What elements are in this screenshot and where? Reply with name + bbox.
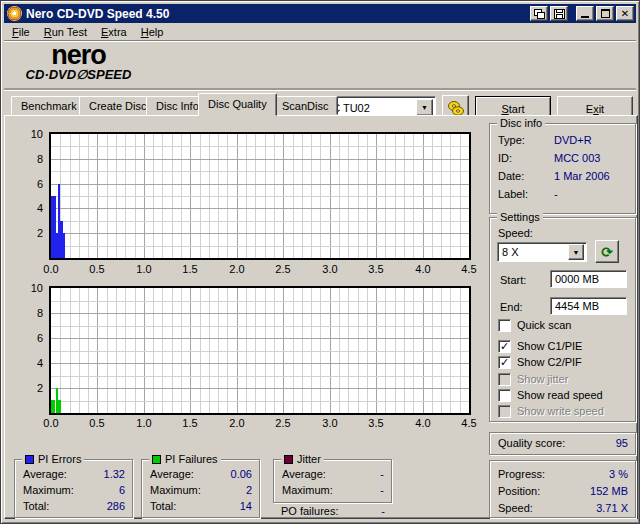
show-c2-pif-checkbox[interactable]: ✓: [498, 356, 511, 369]
x-tick-label: 3.0: [315, 417, 345, 429]
pi-errors-legend-swatch: [25, 455, 34, 464]
pi-errors-stats-box: PI Errors Average:1.32 Maximum:6 Total:2…: [14, 459, 133, 518]
quick-scan-label: Quick scan: [517, 319, 571, 331]
copy-icon: [534, 9, 545, 19]
x-tick-label: 3.5: [361, 417, 391, 429]
speed-stat-label: Speed:: [498, 502, 533, 516]
pi-failures-stats-title: PI Failures: [149, 453, 221, 465]
show-write-speed-checkbox-row: Show write speed: [498, 404, 604, 418]
show-c1-pie-checkbox-row[interactable]: ✓ Show C1/PIE: [498, 339, 582, 353]
x-tick-label: 4.0: [408, 263, 438, 275]
x-tick-label: 3.5: [361, 263, 391, 275]
speed-label: Speed:: [498, 227, 533, 239]
menu-extra[interactable]: Extra: [94, 24, 134, 40]
app-cd-icon: [7, 6, 22, 21]
pi-failures-stats-box: PI Failures Average:0.06 Maximum:2 Total…: [141, 459, 260, 518]
x-tick-label: 1.5: [175, 263, 205, 275]
y-tick-label: 10: [21, 128, 43, 140]
show-c2-pif-checkbox-row[interactable]: ✓ Show C2/PIF: [498, 355, 582, 369]
speed-dropdown-button[interactable]: ▼: [568, 244, 584, 260]
position-label: Position:: [498, 485, 540, 499]
menu-file[interactable]: File: [5, 24, 37, 40]
show-write-speed-label: Show write speed: [517, 405, 604, 417]
tab-scandisc[interactable]: ScanDisc: [272, 96, 338, 115]
y-tick-label: 4: [21, 202, 43, 214]
tab-benchmark[interactable]: Benchmark: [11, 96, 87, 115]
menu-help[interactable]: Help: [134, 24, 171, 40]
x-tick-label: 2.5: [268, 263, 298, 275]
quality-score-box: Quality score: 95: [489, 432, 636, 455]
speed-stat-value: 3.71 X: [596, 502, 628, 516]
minimize-button[interactable]: [576, 6, 594, 21]
show-write-speed-checkbox: [498, 405, 511, 418]
minimize-icon: [581, 16, 589, 18]
disc-glyph-icon: ∅: [76, 67, 87, 82]
po-failures-value: -: [381, 505, 385, 517]
copy-to-clipboard-button[interactable]: [530, 6, 548, 21]
show-jitter-checkbox: [498, 373, 511, 386]
y-tick-label: 2: [21, 382, 43, 394]
show-jitter-checkbox-row: Show jitter: [498, 372, 568, 386]
maximize-button[interactable]: [596, 6, 614, 21]
quality-score-label: Quality score:: [498, 437, 565, 451]
menu-run-test[interactable]: Run Test: [37, 24, 94, 40]
show-jitter-label: Show jitter: [517, 373, 568, 385]
nero-logo-text: nero: [16, 43, 141, 68]
show-read-speed-label: Show read speed: [517, 389, 603, 401]
speed-selected-value: 8 X: [498, 246, 568, 258]
maximize-icon: [601, 9, 610, 18]
tab-create-disc[interactable]: Create Disc: [79, 96, 156, 115]
jitter-stats-title: Jitter: [281, 453, 324, 465]
quick-scan-checkbox-row[interactable]: Quick scan: [498, 318, 571, 332]
start-position-label: Start:: [500, 274, 526, 286]
x-tick-label: 1.0: [129, 263, 159, 275]
toolbar: nero CD·DVD∅SPEED [3:0] TOSHIBA CD/DVDW …: [4, 42, 636, 91]
show-c1-pie-checkbox[interactable]: ✓: [498, 340, 511, 353]
speed-select[interactable]: 8 X ▼: [497, 242, 587, 262]
close-button[interactable]: ✕: [616, 6, 634, 21]
bar: [59, 400, 61, 413]
pif-average-value: 0.06: [231, 468, 252, 482]
po-failures-label: PO failures:: [281, 505, 338, 517]
pie-total-value: 286: [107, 500, 125, 514]
start-position-field[interactable]: 0000 MB: [550, 270, 627, 288]
nero-logo: nero CD·DVD∅SPEED: [16, 43, 141, 82]
y-tick-label: 8: [21, 307, 43, 319]
close-icon: ✕: [621, 9, 629, 19]
floppy-save-icon: [554, 9, 565, 19]
disc-id-value: MCC 003: [554, 152, 600, 164]
end-position-field[interactable]: 4454 MB: [550, 297, 627, 315]
pif-maximum-value: 2: [246, 484, 252, 498]
progress-label: Progress:: [498, 468, 545, 482]
pif-total-value: 14: [240, 500, 252, 514]
x-tick-label: 4.0: [408, 417, 438, 429]
bar: [63, 233, 65, 258]
pif-average-label: Average:: [150, 468, 194, 482]
tab-disc-quality[interactable]: Disc Quality: [198, 93, 277, 116]
disc-type-label: Type:: [498, 134, 525, 148]
refresh-speeds-button[interactable]: ⟳: [595, 240, 619, 263]
disc-label-label: Label:: [498, 188, 528, 202]
app-window: Nero CD-DVD Speed 4.50 ✕ File Run Test E…: [0, 0, 640, 524]
pi-errors-stats-title: PI Errors: [22, 453, 84, 465]
show-read-speed-checkbox[interactable]: [498, 389, 511, 402]
quick-scan-checkbox[interactable]: [498, 319, 511, 332]
save-button[interactable]: [550, 6, 568, 21]
x-tick-label: 0.0: [36, 263, 66, 275]
x-tick-label: 4.5: [454, 263, 484, 275]
pie-total-label: Total:: [23, 500, 49, 514]
x-tick-label: 3.0: [315, 263, 345, 275]
jitter-legend-swatch: [284, 455, 293, 464]
x-tick-label: 2.0: [222, 263, 252, 275]
cd-dvd-speed-logo-text: CD·DVD∅SPEED: [16, 68, 141, 82]
x-tick-label: 4.5: [454, 417, 484, 429]
show-read-speed-checkbox-row[interactable]: Show read speed: [498, 388, 603, 402]
x-tick-label: 1.5: [175, 417, 205, 429]
title-bar[interactable]: Nero CD-DVD Speed 4.50 ✕: [4, 4, 636, 23]
y-tick-label: 8: [21, 153, 43, 165]
disc-date-label: Date:: [498, 170, 524, 184]
pif-maximum-label: Maximum:: [150, 484, 201, 498]
pie-average-value: 1.32: [104, 468, 125, 482]
y-tick-label: 4: [21, 357, 43, 369]
disc-id-label: ID:: [498, 152, 512, 166]
